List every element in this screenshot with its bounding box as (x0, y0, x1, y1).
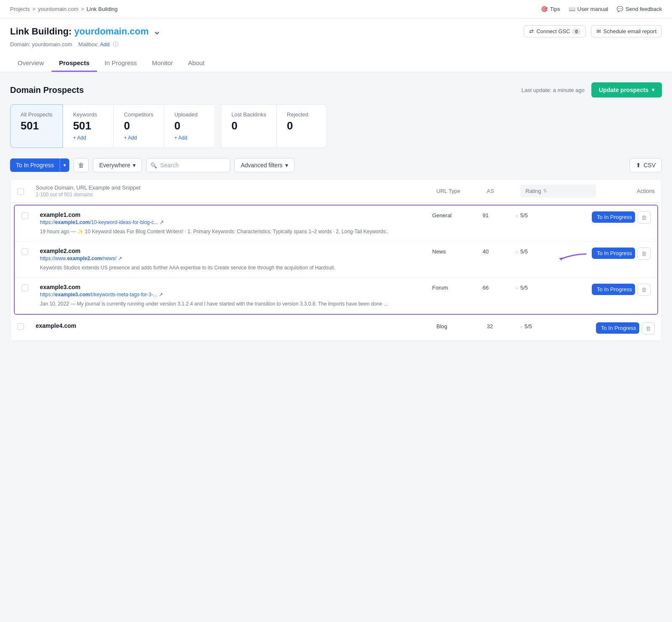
to-in-progress-dropdown[interactable]: ▾ (60, 158, 69, 172)
rating: › 5/5 (516, 211, 592, 219)
th-url-type: URL Type (436, 188, 487, 194)
rating-expand-icon[interactable]: › (520, 324, 522, 329)
mail-icon: ✉ (596, 28, 601, 34)
card-label: Uploaded (174, 111, 204, 118)
row-delete-button[interactable]: 🗑 (638, 248, 651, 260)
url-type: General (432, 211, 483, 219)
section-title: Domain Prospects (10, 85, 84, 95)
row-to-in-progress-button[interactable]: To In Progress (592, 211, 635, 223)
everywhere-dropdown[interactable]: Everywhere ▾ (93, 158, 142, 172)
delete-button[interactable]: 🗑 (74, 158, 89, 172)
rating-expand-icon[interactable]: › (516, 249, 518, 254)
actions-cell: To In Progress ▾ 🗑 (592, 211, 651, 224)
header-top: Link Building: yourdomain.com ⌄ ⇄ Connec… (10, 25, 662, 37)
header-section: Link Building: yourdomain.com ⌄ ⇄ Connec… (0, 18, 672, 72)
domain-cell: example1.com https://example1.com/10-key… (40, 211, 432, 235)
tab-monitor[interactable]: Monitor (144, 55, 181, 72)
tips-icon: 🎯 (541, 6, 548, 12)
breadcrumb-domain[interactable]: yourdomain.com (38, 6, 79, 12)
card-competitors[interactable]: Competitors 0 + Add (113, 104, 164, 148)
uploaded-add-link[interactable]: + Add (174, 135, 204, 141)
search-input[interactable] (146, 158, 230, 172)
title-dropdown-arrow[interactable]: ⌄ (150, 26, 160, 37)
search-wrap: 🔍 (146, 158, 230, 172)
row-delete-button[interactable]: 🗑 (638, 211, 651, 224)
card-label: All Prospects (21, 111, 52, 118)
card-label: Lost Backlinks (231, 111, 266, 118)
card-keywords[interactable]: Keywords 501 + Add (63, 104, 113, 148)
advanced-filters-button[interactable]: Advanced filters ▾ (234, 158, 294, 172)
row-checkbox[interactable] (21, 285, 28, 291)
user-manual-link[interactable]: 📖 User manual (569, 6, 609, 12)
th-rating[interactable]: Rating ⇅ (520, 184, 596, 198)
card-label: Rejected (287, 111, 316, 118)
connect-gsc-button[interactable]: ⇄ Connect GSC 0 (524, 25, 585, 37)
row-to-in-progress-button[interactable]: To In Progress (596, 322, 639, 334)
search-icon: 🔍 (150, 162, 157, 169)
to-in-progress-button[interactable]: To In Progress (10, 158, 60, 172)
breadcrumb-projects[interactable]: Projects (10, 6, 30, 12)
domain-name: example2.com (40, 248, 425, 254)
advanced-chevron: ▾ (285, 162, 288, 169)
tabs: Overview Prospects In Progress Monitor A… (10, 55, 662, 72)
as-score: 66 (483, 284, 516, 291)
row-checkbox[interactable] (21, 248, 28, 255)
update-prospects-button[interactable]: Update prospects ▾ (591, 82, 662, 98)
send-feedback-link[interactable]: 💬 Send feedback (617, 6, 662, 12)
rows-container: example1.com https://example1.com/10-key… (10, 205, 662, 341)
tab-about[interactable]: About (181, 55, 212, 72)
card-value: 0 (124, 119, 154, 132)
domain-name: example1.com (40, 211, 425, 218)
table-header-row: Source Domain, URL Example and Snippet 1… (10, 179, 662, 203)
rating-sort-icon: ⇅ (543, 188, 547, 194)
schedule-email-button[interactable]: ✉ Schedule email report (591, 25, 662, 37)
rating: › 5/5 (520, 322, 596, 329)
rating-expand-icon[interactable]: › (516, 213, 518, 218)
domain-snippet: Keywords Studios extends US presence and… (40, 264, 425, 271)
th-source: Source Domain, URL Example and Snippet 1… (36, 184, 436, 198)
row-to-in-progress-button[interactable]: To In Progress (592, 284, 635, 295)
row-checkbox[interactable] (21, 212, 28, 219)
domain-url: https://example1.com/10-keyword-ideas-fo… (40, 219, 425, 225)
tab-overview[interactable]: Overview (10, 55, 52, 72)
tab-in-progress[interactable]: In Progress (97, 55, 144, 72)
header-right: ⇄ Connect GSC 0 ✉ Schedule email report (524, 25, 662, 37)
top-actions: 🎯 Tips 📖 User manual 💬 Send feedback (541, 6, 662, 12)
external-link-icon[interactable]: ↗ (159, 292, 163, 298)
external-link-icon[interactable]: ↗ (118, 256, 122, 261)
last-update-text: Last update: a minute ago (521, 87, 584, 93)
card-rejected[interactable]: Rejected 0 (276, 104, 327, 148)
domain-url: https://example3.com/t/keywords-meta-tag… (40, 292, 425, 298)
card-value: 0 (287, 119, 316, 132)
csv-export-button[interactable]: ⬆ CSV (630, 158, 662, 172)
keywords-add-link[interactable]: + Add (73, 135, 103, 141)
row-delete-button[interactable]: 🗑 (638, 284, 651, 296)
rating-expand-icon[interactable]: › (516, 285, 518, 290)
table-subheader: 1-100 out of 501 domains (36, 192, 436, 198)
url-type: Forum (432, 284, 483, 291)
card-value: 0 (231, 119, 266, 132)
domain-url: https://www.example2.com/news/ ↗ (40, 256, 425, 261)
row-delete-button[interactable]: 🗑 (642, 322, 655, 335)
row-to-in-progress-button[interactable]: To In Progress (592, 248, 635, 259)
row-checkbox[interactable] (17, 323, 24, 330)
to-in-progress-button-wrap: To In Progress ▾ (10, 158, 69, 172)
th-actions: Actions (596, 188, 655, 194)
card-uploaded[interactable]: Uploaded 0 + Add (164, 104, 214, 148)
card-all-prospects[interactable]: All Prospects 501 (10, 104, 63, 148)
card-lost-backlinks[interactable]: Lost Backlinks 0 (221, 104, 276, 148)
domain-cell: example3.com https://example3.com/t/keyw… (40, 284, 432, 308)
domain-snippet: 19 hours ago — ✨ 10 Keyword Ideas For Bl… (40, 228, 425, 235)
select-all-checkbox[interactable] (17, 188, 24, 195)
table-row: example2.com https://www.example2.com/ne… (15, 242, 657, 278)
tips-link[interactable]: 🎯 Tips (541, 6, 560, 12)
section-header: Domain Prospects Last update: a minute a… (10, 82, 662, 98)
gsc-icon: ⇄ (529, 28, 534, 34)
mailbox-add-link[interactable]: Add (100, 41, 110, 47)
table-row: example4.com Blog 32 › 5/5 To In Progres… (10, 316, 662, 341)
external-link-icon[interactable]: ↗ (160, 219, 164, 225)
row-action-wrap: To In Progress ▾ (592, 284, 635, 295)
competitors-add-link[interactable]: + Add (124, 135, 154, 141)
tab-prospects[interactable]: Prospects (52, 55, 97, 72)
info-icon: ⓘ (113, 41, 118, 47)
